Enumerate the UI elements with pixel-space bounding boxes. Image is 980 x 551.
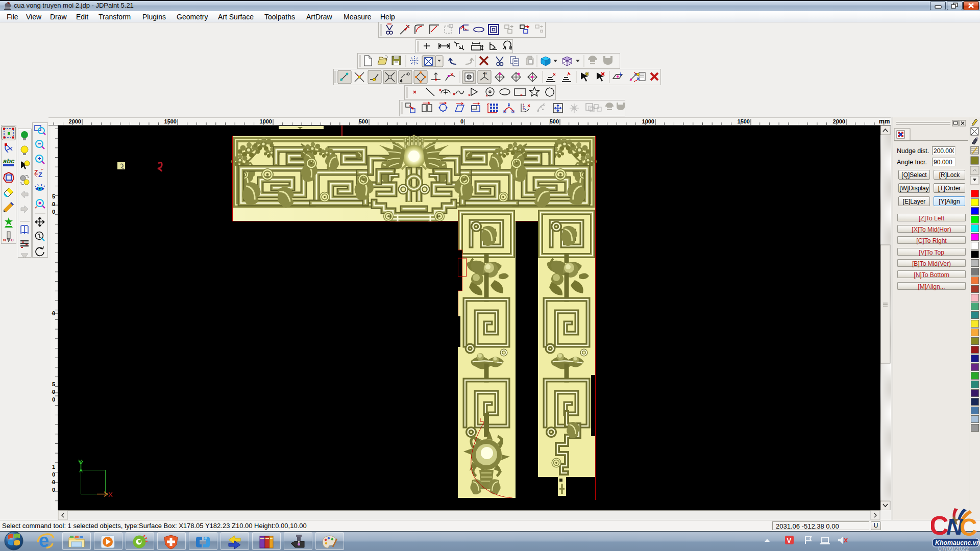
svg-text:07/09/2022: 07/09/2022 bbox=[938, 545, 969, 551]
svg-text:1500: 1500 bbox=[164, 118, 177, 124]
svg-text:0: 0 bbox=[460, 118, 463, 124]
svg-text:0: 0 bbox=[52, 209, 55, 215]
svg-text:Y: Y bbox=[78, 459, 82, 466]
svg-text:0: 0 bbox=[52, 479, 55, 485]
svg-text:Angle Incr.: Angle Incr. bbox=[897, 159, 927, 166]
svg-text:0: 0 bbox=[52, 310, 55, 316]
svg-text:0: 0 bbox=[52, 389, 55, 395]
svg-text:0: 0 bbox=[52, 396, 55, 403]
svg-text:X: X bbox=[108, 491, 113, 498]
svg-text:C: C bbox=[11, 238, 14, 242]
svg-text:1500: 1500 bbox=[738, 118, 750, 124]
svg-text:abc: abc bbox=[3, 157, 15, 165]
svg-text:Z: Z bbox=[34, 169, 38, 176]
svg-text:500: 500 bbox=[550, 118, 559, 124]
svg-text:5: 5 bbox=[52, 193, 55, 199]
svg-text:0: 0 bbox=[52, 487, 55, 493]
svg-text:1000: 1000 bbox=[260, 118, 272, 124]
svg-text:1: 1 bbox=[52, 464, 55, 470]
svg-text:Z: Z bbox=[38, 171, 42, 179]
svg-text:N: N bbox=[3, 238, 6, 242]
svg-text:2000: 2000 bbox=[833, 118, 845, 124]
svg-text:5: 5 bbox=[52, 381, 55, 387]
svg-text:0: 0 bbox=[52, 201, 55, 207]
svg-text:mm: mm bbox=[879, 118, 890, 125]
svg-text:500: 500 bbox=[359, 118, 368, 124]
svg-text:0: 0 bbox=[52, 471, 55, 478]
svg-text:C: C bbox=[960, 514, 977, 541]
svg-text:Nudge dist.: Nudge dist. bbox=[897, 147, 929, 155]
svg-text:x: x bbox=[485, 71, 487, 75]
svg-text:V: V bbox=[787, 537, 792, 544]
svg-text:2000: 2000 bbox=[69, 118, 81, 124]
svg-text:1000: 1000 bbox=[642, 118, 654, 124]
